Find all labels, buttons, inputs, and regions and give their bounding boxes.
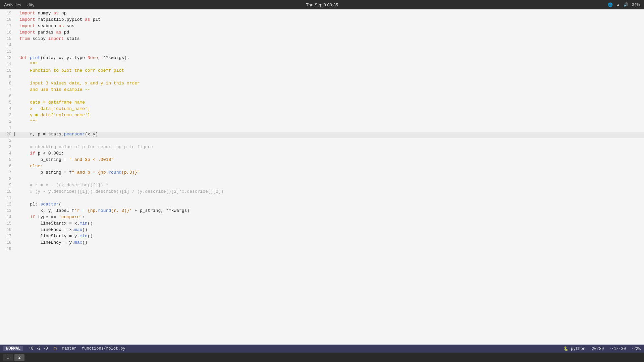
line-content: lineEndy = y.max() [19, 240, 644, 245]
line-content: """ [19, 119, 644, 124]
line-mark: ▌ [14, 132, 19, 136]
line-content: lineStarty = y.min() [19, 234, 644, 239]
line-content [19, 176, 644, 181]
line-number: 3 [1, 113, 14, 118]
code-line: 10 Function to plot the corr coeff plot [0, 68, 644, 74]
scroll-pct: ·22% [631, 347, 641, 351]
tab-1[interactable]: 1 [3, 354, 13, 361]
line-content: x, y, label=f'r = {np.round(r, 3)}' + p_… [19, 208, 644, 213]
line-number: 2 [1, 138, 14, 143]
line-content: and use this example -- [19, 87, 644, 92]
line-content: # checking value of p for reporting p in… [19, 144, 644, 149]
code-line: 7 and use this example -- [0, 87, 644, 94]
wifi-icon: ▲ [616, 2, 620, 7]
line-number: 7 [1, 87, 14, 92]
line-content: def plot(data, x, y, type=None, **kwargs… [19, 55, 644, 60]
line-content: lineStartx = x.min() [19, 221, 644, 226]
code-line: 4 x = data['column_name'] [0, 106, 644, 113]
line-number: 11 [1, 196, 14, 200]
code-line: 3 # checking value of p for reporting p … [0, 144, 644, 151]
status-bar: NORMAL +0 ~2 -0 ⬡ master functions/rplot… [0, 345, 644, 353]
line-content [19, 138, 644, 143]
line-content [19, 195, 644, 200]
code-line: 13 [0, 49, 644, 55]
line-number: 3 [1, 145, 14, 149]
code-line: 20▌ r, p = stats.pearsonr(x,y) [0, 132, 644, 138]
line-content: y = data['column_name'] [19, 113, 644, 118]
line-number: 15 [1, 37, 14, 41]
code-line: 1 [0, 125, 644, 132]
line-content: from scipy import stats [19, 36, 644, 41]
code-line: 11 """ [0, 62, 644, 68]
line-number: 4 [1, 107, 14, 111]
line-number: 11 [1, 62, 14, 67]
line-number: 17 [1, 234, 14, 239]
line-number: 16 [1, 30, 14, 35]
lang-name: python [571, 347, 585, 351]
code-line: 18 lineEndy = y.max() [0, 240, 644, 246]
line-number: 15 [1, 221, 14, 226]
tab-bar: 12 [0, 353, 644, 362]
volume-icon: 🔊 [624, 2, 629, 7]
line-number: 8 [1, 177, 14, 181]
code-line: 16import pandas as pd [0, 30, 644, 36]
line-content: import pandas as pd [19, 30, 644, 35]
line-number: 13 [1, 208, 14, 213]
branch-icon: ⬡ [53, 346, 57, 351]
cursor-pos: ··1/·30 [609, 347, 626, 351]
tab-2[interactable]: 2 [14, 354, 25, 361]
line-content: p_string = " and $p < .001$" [19, 157, 644, 162]
line-number: 12 [1, 56, 14, 60]
top-bar: Activities kitty Thu Sep 9 09:35 🌐 ▲ 🔊 3… [0, 0, 644, 9]
line-number: 2 [1, 119, 14, 124]
git-status: +0 ~2 -0 [29, 346, 48, 351]
line-content: x = data['column_name'] [19, 106, 644, 111]
line-content: import numpy as np [19, 11, 644, 16]
line-number: 5 [1, 100, 14, 105]
line-content: else: [19, 164, 644, 169]
terminal-label[interactable]: kitty [26, 2, 34, 7]
line-number: 19 [1, 11, 14, 16]
line-content: r, p = stats.pearsonr(x,y) [19, 132, 644, 137]
code-line: 3 y = data['column_name'] [0, 113, 644, 119]
line-number: 18 [1, 17, 14, 22]
lang-icon: 🐍 [564, 347, 569, 351]
code-line: 14 if type == 'compare': [0, 215, 644, 221]
line-content: p_string = f" and p = {np.round(p,3)}" [19, 170, 644, 175]
position: 20/89 [592, 347, 604, 351]
code-line: 12 plt.scatter( [0, 202, 644, 208]
code-line: 5 p_string = " and $p < .001$" [0, 157, 644, 164]
line-content: -------------------------- [19, 74, 644, 79]
line-number: 20 [1, 132, 14, 137]
line-number: 6 [1, 164, 14, 169]
line-content: if p < 0.001: [19, 151, 644, 156]
code-line: 8 input 3 values data, x and y in this o… [0, 81, 644, 87]
code-line: 9 -------------------------- [0, 74, 644, 81]
code-line: 10 # (y - y.describe()[1])).describe()[1… [0, 189, 644, 195]
line-content: import matplotlib.pyplot as plt [19, 17, 644, 22]
line-number: 5 [1, 158, 14, 162]
battery-label: 34% [632, 2, 640, 7]
code-line: 7 p_string = f" and p = {np.round(p,3)}" [0, 170, 644, 176]
line-number: 4 [1, 151, 14, 156]
line-content [19, 125, 644, 130]
code-line: 15from scipy import stats [0, 36, 644, 43]
network-icon: 🌐 [608, 2, 613, 7]
line-content: """ [19, 62, 644, 67]
code-line: 8 [0, 176, 644, 183]
line-content [19, 246, 644, 251]
activities-label[interactable]: Activities [4, 2, 21, 7]
line-number: 6 [1, 94, 14, 99]
code-line: 4 if p < 0.001: [0, 151, 644, 157]
line-number: 10 [1, 189, 14, 194]
top-bar-left: Activities kitty [4, 2, 34, 7]
code-line: 2 [0, 138, 644, 144]
line-content: Function to plot the corr coeff plot [19, 68, 644, 73]
line-number: 17 [1, 24, 14, 28]
branch-name: master [62, 346, 76, 351]
code-area: 19import numpy as np18import matplotlib.… [0, 9, 644, 345]
file-path: functions/rplot.py [82, 346, 125, 351]
code-line: 11 [0, 195, 644, 202]
line-number: 18 [1, 240, 14, 245]
code-line: 17import seaborn as sns [0, 23, 644, 30]
